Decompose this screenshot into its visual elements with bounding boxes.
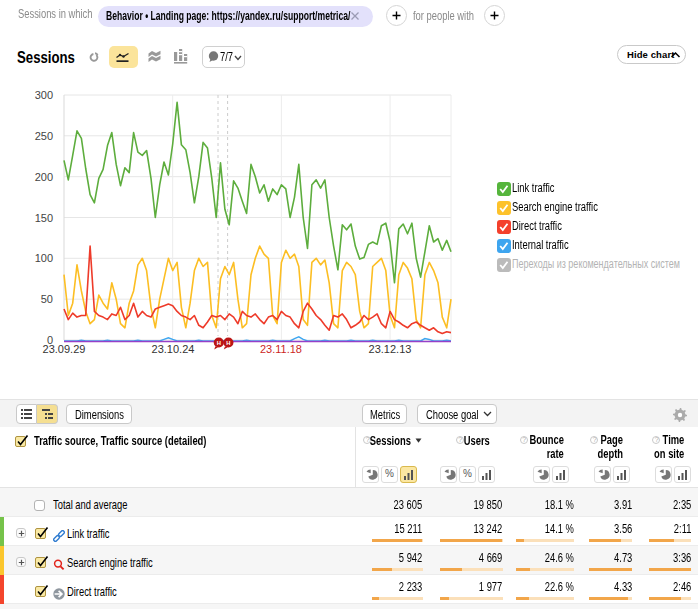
svg-text:H: H — [217, 340, 221, 346]
svg-text:H: H — [226, 340, 230, 346]
